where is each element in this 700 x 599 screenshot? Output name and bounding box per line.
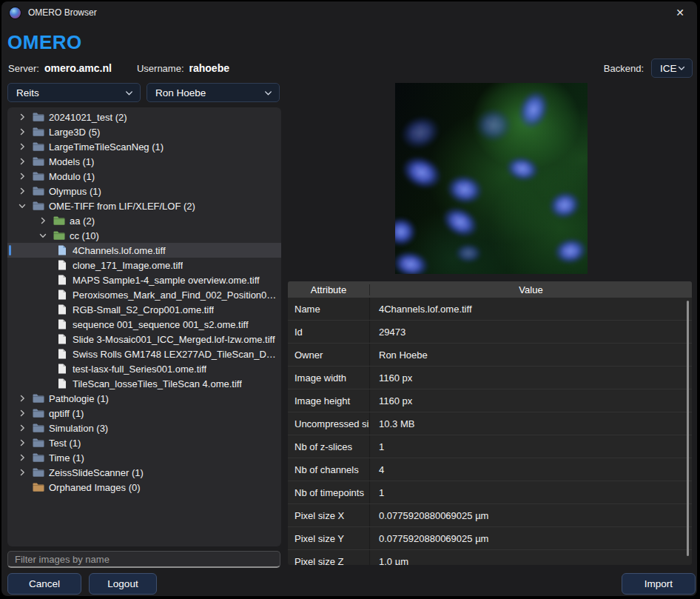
nucleus-blob: [395, 248, 431, 274]
tree-folder-item[interactable]: qptiff (1): [7, 406, 281, 421]
chevron-collapsed-icon[interactable]: [16, 466, 28, 478]
app-icon: [10, 7, 21, 19]
attribute-cell: Id: [288, 321, 370, 343]
tree-item-label: test-lasx-full_Series001.ome.tiff: [73, 364, 206, 375]
tree-folder-item[interactable]: Modulo (1): [7, 169, 281, 184]
file-icon: [58, 318, 67, 330]
window-body: OMERO Browser ✕ OMERO Server: omero.amc.…: [1, 1, 697, 596]
cancel-button[interactable]: Cancel: [7, 573, 81, 595]
tree-folder-item[interactable]: 20241021_test (2): [7, 110, 281, 124]
value-cell: 0.0775920880069025 µm: [370, 510, 692, 521]
chevron-collapsed-icon[interactable]: [16, 452, 28, 464]
chevron-collapsed-icon[interactable]: [16, 392, 28, 404]
chevron-collapsed-icon[interactable]: [16, 126, 28, 138]
tree-item-label: RGB-Small_S2_Crop001.ome.tiff: [73, 304, 214, 315]
tree-file-item[interactable]: Slide 3-Mosaic001_ICC_Merged.lof-lzw.ome…: [7, 332, 281, 347]
file-icon: [58, 363, 67, 375]
chevron-expanded-icon[interactable]: [37, 230, 49, 241]
backend-selected-value: ICE: [660, 63, 677, 74]
tree-file-item[interactable]: Peroxisomes_Mark_and_Find_002_Position00…: [7, 287, 281, 302]
chevron-collapsed-icon[interactable]: [16, 141, 28, 153]
tree-folder-item[interactable]: Time (1): [7, 450, 281, 465]
scrollbar-thumb[interactable]: [687, 301, 689, 556]
tree-file-item[interactable]: clone_171_Image.ome.tiff: [7, 258, 281, 272]
nucleus-blob: [437, 201, 484, 244]
image-tree: 20241021_test (2) Large3D (5) LargeTimeT…: [7, 107, 281, 546]
tree-folder-item[interactable]: LargeTimeTileScanNeg (1): [7, 139, 281, 154]
chevron-collapsed-icon[interactable]: [37, 215, 49, 227]
value-cell: Ron Hoebe: [370, 349, 692, 361]
chevron-collapsed-icon[interactable]: [16, 155, 28, 167]
backend-area: Backend: ICE: [604, 58, 693, 78]
table-row: Image width1160 px: [288, 367, 692, 389]
window-title: OMERO Browser: [28, 7, 97, 18]
tree-folder-item[interactable]: Pathologie (1): [7, 391, 281, 406]
folder-icon: [33, 481, 44, 493]
value-cell: 0.0775920880069025 µm: [370, 533, 692, 544]
folder-icon: [53, 215, 65, 227]
group-selected-value: Reits: [16, 87, 39, 98]
chevron-expanded-icon[interactable]: [16, 200, 28, 212]
table-row: Nb of timepoints1: [288, 481, 692, 504]
attribute-cell: Pixel size Z: [288, 550, 370, 565]
logout-button[interactable]: Logout: [89, 573, 157, 595]
folder-icon: [33, 200, 44, 212]
value-cell: 1.0 µm: [370, 556, 692, 566]
nucleus-blob: [396, 110, 445, 155]
chevron-collapsed-icon[interactable]: [16, 437, 28, 449]
chevron-collapsed-icon[interactable]: [16, 111, 28, 123]
tree-folder-item[interactable]: Test (1): [7, 435, 281, 450]
table-row: Name4Channels.lof.ome.tiff: [288, 298, 692, 321]
tree-item-label: Simulation (3): [49, 423, 108, 434]
chevron-collapsed-icon[interactable]: [16, 407, 28, 419]
attribute-cell: Nb of z-slices: [288, 435, 370, 458]
filter-input[interactable]: [7, 551, 280, 568]
nucleus-blob: [551, 235, 588, 267]
chevron-collapsed-icon[interactable]: [16, 170, 28, 182]
tree-folder-item[interactable]: Olympus (1): [7, 184, 281, 198]
chevron-collapsed-icon[interactable]: [16, 422, 28, 434]
tree-item-label: cc (10): [70, 230, 99, 241]
tree-file-item[interactable]: 4Channels.lof.ome.tiff: [7, 243, 281, 258]
chevron-collapsed-icon[interactable]: [16, 185, 28, 197]
attribute-column-header: Attribute: [288, 284, 370, 295]
tree-file-item[interactable]: Swiss Rolls GM1748 LEX277AD_TileScan_Day…: [7, 347, 281, 361]
attribute-cell: Pixel size Y: [288, 527, 370, 549]
tree-folder-item[interactable]: ZeissSlideScanner (1): [7, 465, 281, 480]
nucleus-blob: [395, 217, 417, 247]
tree-file-item[interactable]: MAPS Sample1-4_sample overview.ome.tiff: [7, 272, 281, 287]
username-label: Username:: [137, 63, 184, 74]
backend-select[interactable]: ICE: [651, 58, 693, 78]
attribute-cell: Nb of channels: [288, 458, 370, 481]
tree-file-item[interactable]: sequence 001_sequence 001_s2.ome.tiff: [7, 317, 281, 332]
table-row: Id29473: [288, 321, 692, 344]
tree-item-label: OME-TIFF from LIF/XLEF/LOF (2): [49, 201, 195, 212]
tree-folder-item[interactable]: OME-TIFF from LIF/XLEF/LOF (2): [7, 198, 281, 213]
group-select[interactable]: Reits: [7, 83, 141, 102]
folder-icon: [33, 126, 44, 138]
tree-item-label: TileScan_losseTiles_TileScan 4.ome.tiff: [73, 378, 242, 389]
tree-folder-item[interactable]: aa (2): [7, 213, 281, 228]
tree-folder-item[interactable]: Large3D (5): [7, 124, 281, 139]
tree-item-label: ZeissSlideScanner (1): [49, 467, 144, 478]
tree-folder-item[interactable]: Orphaned Images (0): [7, 480, 281, 495]
tree-file-item[interactable]: test-lasx-full_Series001.ome.tiff: [7, 361, 281, 376]
tree-folder-item[interactable]: cc (10): [7, 228, 281, 243]
table-scrollbar[interactable]: [685, 299, 691, 558]
tree-folder-item[interactable]: Models (1): [7, 154, 281, 169]
tree-file-item[interactable]: TileScan_losseTiles_TileScan 4.ome.tiff: [7, 376, 281, 391]
backend-label: Backend:: [604, 63, 644, 74]
value-cell: 1160 px: [370, 395, 692, 406]
nucleus-blob: [444, 172, 485, 207]
user-select[interactable]: Ron Hoebe: [147, 83, 280, 102]
tree-item-label: Peroxisomes_Mark_and_Find_002_Position00…: [73, 290, 281, 301]
nucleus-blob: [513, 86, 554, 133]
folder-icon: [33, 422, 44, 434]
tree-file-item[interactable]: RGB-Small_S2_Crop001.ome.tiff: [7, 302, 281, 317]
tree-folder-item[interactable]: Simulation (3): [7, 421, 281, 435]
tree-item-label: Modulo (1): [49, 171, 95, 182]
connection-info: Server: omero.amc.nl Username: rahoebe: [8, 62, 229, 74]
close-icon[interactable]: ✕: [663, 1, 697, 24]
import-button[interactable]: Import: [622, 573, 696, 595]
tree-item-label: 20241021_test (2): [49, 112, 127, 123]
